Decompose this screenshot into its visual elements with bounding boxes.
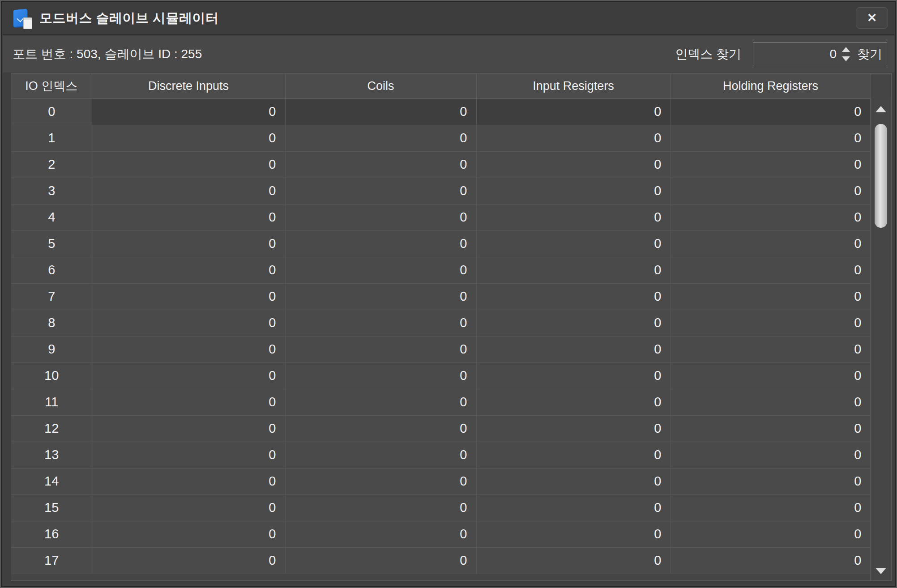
holding-registers-cell[interactable]: 0 [671, 468, 871, 494]
holding-registers-cell[interactable]: 0 [671, 521, 871, 547]
input-registers-cell[interactable]: 0 [476, 204, 671, 230]
holding-registers-cell[interactable]: 0 [671, 230, 871, 257]
input-registers-cell[interactable]: 0 [476, 283, 671, 310]
coils-cell[interactable]: 0 [285, 362, 476, 389]
io-index-cell[interactable]: 10 [11, 362, 92, 389]
discrete-inputs-cell[interactable]: 0 [92, 442, 285, 468]
scroll-thumb[interactable] [875, 124, 887, 228]
column-header-io-index[interactable]: IO 인덱스 [11, 74, 92, 98]
io-index-cell[interactable]: 7 [11, 283, 92, 310]
discrete-inputs-cell[interactable]: 0 [92, 178, 285, 204]
coils-cell[interactable]: 0 [285, 442, 476, 468]
discrete-inputs-cell[interactable]: 0 [92, 98, 285, 125]
input-registers-cell[interactable]: 0 [476, 178, 671, 204]
input-registers-cell[interactable]: 0 [476, 389, 671, 415]
input-registers-cell[interactable]: 0 [476, 336, 671, 362]
column-header-input-registers[interactable]: Input Resigters [476, 74, 671, 98]
discrete-inputs-cell[interactable]: 0 [92, 151, 285, 178]
io-index-cell[interactable]: 9 [11, 336, 92, 362]
holding-registers-cell[interactable]: 0 [671, 389, 871, 415]
discrete-inputs-cell[interactable]: 0 [92, 415, 285, 442]
discrete-inputs-cell[interactable]: 0 [92, 310, 285, 336]
spin-up-icon[interactable] [842, 47, 850, 52]
input-registers-cell[interactable]: 0 [476, 257, 671, 283]
io-index-cell[interactable]: 11 [11, 389, 92, 415]
discrete-inputs-cell[interactable]: 0 [92, 230, 285, 257]
input-registers-cell[interactable]: 0 [476, 310, 671, 336]
holding-registers-cell[interactable]: 0 [671, 257, 871, 283]
io-index-cell[interactable]: 5 [11, 230, 92, 257]
input-registers-cell[interactable]: 0 [476, 521, 671, 547]
column-header-discrete-inputs[interactable]: Discrete Inputs [92, 74, 285, 98]
io-index-cell[interactable]: 12 [11, 415, 92, 442]
coils-cell[interactable]: 0 [285, 494, 476, 521]
coils-cell[interactable]: 0 [285, 257, 476, 283]
index-value[interactable]: 0 [829, 47, 837, 61]
io-index-cell[interactable]: 2 [11, 151, 92, 178]
discrete-inputs-cell[interactable]: 0 [92, 283, 285, 310]
input-registers-cell[interactable]: 0 [476, 442, 671, 468]
discrete-inputs-cell[interactable]: 0 [92, 362, 285, 389]
coils-cell[interactable]: 0 [285, 151, 476, 178]
discrete-inputs-cell[interactable]: 0 [92, 547, 285, 574]
discrete-inputs-cell[interactable]: 0 [92, 521, 285, 547]
scroll-down-icon[interactable] [876, 568, 886, 574]
holding-registers-cell[interactable]: 0 [671, 151, 871, 178]
io-index-cell[interactable]: 17 [11, 547, 92, 574]
holding-registers-cell[interactable]: 0 [671, 442, 871, 468]
input-registers-cell[interactable]: 0 [476, 494, 671, 521]
holding-registers-cell[interactable]: 0 [671, 283, 871, 310]
input-registers-cell[interactable]: 0 [476, 125, 671, 151]
io-index-cell[interactable]: 6 [11, 257, 92, 283]
coils-cell[interactable]: 0 [285, 178, 476, 204]
io-index-cell[interactable]: 16 [11, 521, 92, 547]
coils-cell[interactable]: 0 [285, 521, 476, 547]
holding-registers-cell[interactable]: 0 [671, 362, 871, 389]
input-registers-cell[interactable]: 0 [476, 98, 671, 125]
holding-registers-cell[interactable]: 0 [671, 494, 871, 521]
index-spinbox[interactable]: 0 찾기 [753, 42, 887, 66]
coils-cell[interactable]: 0 [285, 389, 476, 415]
io-index-cell[interactable]: 3 [11, 178, 92, 204]
io-index-cell[interactable]: 15 [11, 494, 92, 521]
holding-registers-cell[interactable]: 0 [671, 415, 871, 442]
discrete-inputs-cell[interactable]: 0 [92, 125, 285, 151]
io-index-cell[interactable]: 0 [11, 98, 92, 125]
coils-cell[interactable]: 0 [285, 204, 476, 230]
coils-cell[interactable]: 0 [285, 283, 476, 310]
holding-registers-cell[interactable]: 0 [671, 178, 871, 204]
scroll-up-icon[interactable] [876, 106, 886, 112]
holding-registers-cell[interactable]: 0 [671, 547, 871, 574]
column-header-coils[interactable]: Coils [285, 74, 476, 98]
input-registers-cell[interactable]: 0 [476, 362, 671, 389]
coils-cell[interactable]: 0 [285, 230, 476, 257]
io-index-cell[interactable]: 8 [11, 310, 92, 336]
spin-down-icon[interactable] [842, 56, 850, 61]
column-header-holding-registers[interactable]: Holding Registers [671, 74, 871, 98]
discrete-inputs-cell[interactable]: 0 [92, 494, 285, 521]
io-index-cell[interactable]: 14 [11, 468, 92, 494]
input-registers-cell[interactable]: 0 [476, 230, 671, 257]
input-registers-cell[interactable]: 0 [476, 468, 671, 494]
holding-registers-cell[interactable]: 0 [671, 98, 871, 125]
holding-registers-cell[interactable]: 0 [671, 336, 871, 362]
discrete-inputs-cell[interactable]: 0 [92, 257, 285, 283]
discrete-inputs-cell[interactable]: 0 [92, 336, 285, 362]
discrete-inputs-cell[interactable]: 0 [92, 204, 285, 230]
holding-registers-cell[interactable]: 0 [671, 310, 871, 336]
coils-cell[interactable]: 0 [285, 125, 476, 151]
vertical-scrollbar[interactable] [870, 99, 891, 581]
input-registers-cell[interactable]: 0 [476, 415, 671, 442]
coils-cell[interactable]: 0 [285, 310, 476, 336]
coils-cell[interactable]: 0 [285, 547, 476, 574]
discrete-inputs-cell[interactable]: 0 [92, 389, 285, 415]
coils-cell[interactable]: 0 [285, 415, 476, 442]
coils-cell[interactable]: 0 [285, 98, 476, 125]
input-registers-cell[interactable]: 0 [476, 547, 671, 574]
input-registers-cell[interactable]: 0 [476, 151, 671, 178]
holding-registers-cell[interactable]: 0 [671, 204, 871, 230]
find-button[interactable]: 찾기 [856, 46, 883, 63]
coils-cell[interactable]: 0 [285, 468, 476, 494]
close-button[interactable]: ✕ [856, 7, 888, 29]
discrete-inputs-cell[interactable]: 0 [92, 468, 285, 494]
